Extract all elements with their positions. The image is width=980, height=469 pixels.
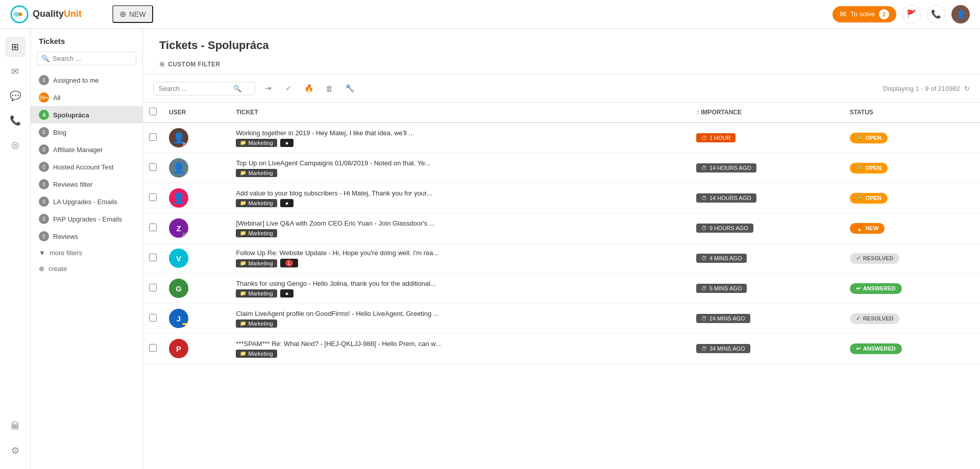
- to-solve-button[interactable]: ✉ To solve 2: [832, 6, 896, 22]
- refresh-button[interactable]: ↻: [964, 85, 970, 92]
- table-row[interactable]: 👤 🇬🇧 Working together in 2019 - Hey Mate…: [143, 122, 980, 153]
- flag-button[interactable]: 🚩: [902, 5, 921, 23]
- table-row[interactable]: G Thanks for using Gengo - Hello Jolina,…: [143, 274, 980, 304]
- row-checkbox-cell: [143, 122, 163, 153]
- importance-badge: ⏱ 5 MINS AGO: [696, 284, 747, 293]
- row-checkbox[interactable]: [149, 344, 157, 352]
- sidebar-item-all[interactable]: 99+ All: [31, 89, 142, 106]
- sidebar-badge: 99+: [39, 92, 49, 103]
- user-avatar: Z 🇺🇸: [169, 218, 188, 238]
- ticket-cell[interactable]: Follow Up Re: Website Update - Hi, Hope …: [230, 243, 690, 274]
- table-row[interactable]: J 🇨🇴 Claim LiveAgent profile on GoodFirm…: [143, 304, 980, 334]
- status-cell: 🔓 OPEN: [844, 153, 980, 183]
- status-cell: ↩ ANSWERED: [844, 334, 980, 364]
- check-icon: ✓: [285, 84, 292, 93]
- tickets-search-box[interactable]: 🔍: [153, 82, 255, 95]
- sidebar-badge: 0: [39, 162, 49, 172]
- tickets-area: 🔍 ⇥ ✓ 🔥 🗑 🔧 Displaying 1 - 9: [143, 75, 980, 469]
- nav-mail[interactable]: ✉: [5, 61, 26, 82]
- ticket-cell[interactable]: ***SPAM*** Re: What Next? - [HEJ-QKLJJ-9…: [230, 334, 690, 364]
- phone-button[interactable]: 📞: [927, 5, 945, 23]
- ticket-cell[interactable]: Claim LiveAgent profile on GoodFirms! - …: [230, 304, 690, 334]
- header-right: ✉ To solve 2 🚩 📞 👤: [832, 5, 970, 23]
- importance-cell: ⏱ 24 MINS AGO: [690, 304, 844, 334]
- ticket-cell[interactable]: Working together in 2019 - Hey Matej, I …: [230, 122, 690, 153]
- status-badge: ✓ RESOLVED: [850, 313, 900, 324]
- nav-bank[interactable]: 🏛: [5, 416, 26, 436]
- sidebar-item-hosted[interactable]: 0 Hosted Account Test: [31, 158, 142, 176]
- tickets-search-input[interactable]: [159, 85, 230, 92]
- hot-button[interactable]: 🔥: [301, 81, 316, 96]
- forward-button[interactable]: ⇥: [260, 81, 276, 96]
- importance-badge: ⏱ 9 HOURS AGO: [696, 224, 753, 233]
- table-row[interactable]: Z 🇺🇸 [Webinar] Live Q&A with Zoom CEO Er…: [143, 213, 980, 243]
- importance-col-header[interactable]: ↑ Importance: [690, 103, 844, 122]
- nav-circle[interactable]: ◎: [5, 135, 26, 155]
- status-badge: 🔥 NEW: [850, 223, 885, 234]
- sidebar-item-label: Affiliate Manager: [53, 146, 134, 154]
- new-button[interactable]: ⊕ NEW: [112, 5, 153, 23]
- sidebar-item-label: Reviews: [53, 233, 134, 240]
- forward-icon: ⇥: [265, 84, 272, 93]
- row-checkbox[interactable]: [149, 254, 157, 261]
- to-solve-badge: 2: [879, 9, 889, 19]
- sidebar-search-box[interactable]: 🔍: [37, 52, 136, 65]
- sidebar-item-la-upgrades[interactable]: 0 LA Upgrades - Emails: [31, 193, 142, 210]
- row-checkbox[interactable]: [149, 193, 157, 201]
- table-row[interactable]: V Follow Up Re: Website Update - Hi, Hop…: [143, 243, 980, 274]
- user-cell: J 🇨🇴: [163, 304, 230, 334]
- status-cell: 🔓 OPEN: [844, 122, 980, 153]
- settings-icon: ⚙: [11, 445, 19, 456]
- row-checkbox[interactable]: [149, 314, 157, 322]
- sidebar-badge: 0: [39, 196, 49, 207]
- importance-cell: ⏱ 14 HOURS AGO: [690, 153, 844, 183]
- table-row[interactable]: P ***SPAM*** Re: What Next? - [HEJ-QKLJJ…: [143, 334, 980, 364]
- row-checkbox[interactable]: [149, 163, 157, 171]
- status-cell: ✓ RESOLVED: [844, 304, 980, 334]
- sidebar-item-affiliate[interactable]: 0 Affiliate Manager: [31, 141, 142, 158]
- row-checkbox[interactable]: [149, 133, 157, 141]
- more-filters-button[interactable]: ▼ more filters: [31, 245, 142, 261]
- row-checkbox[interactable]: [149, 284, 157, 291]
- circle-icon: ◎: [11, 139, 19, 151]
- ticket-tags: 📁Marketing ●: [236, 289, 684, 298]
- importance-badge: ⏱ 1 HOUR: [696, 133, 736, 142]
- create-filter-button[interactable]: ⊕ create: [31, 261, 142, 277]
- sidebar-item-pap-upgrades[interactable]: 0 PAP Upgrades - Emails: [31, 210, 142, 228]
- tickets-tbody: 👤 🇬🇧 Working together in 2019 - Hey Mate…: [143, 122, 980, 364]
- ticket-title: Claim LiveAgent profile on GoodFirms! - …: [236, 310, 684, 317]
- folder-icon: 📁: [240, 230, 246, 236]
- dashboard-icon: ⊞: [11, 41, 19, 53]
- delete-button[interactable]: 🗑: [322, 81, 337, 96]
- user-avatar[interactable]: 👤: [951, 5, 970, 23]
- sidebar-item-spolupraca[interactable]: 4 Spolupráca: [31, 106, 142, 124]
- nav-dashboard[interactable]: ⊞: [5, 37, 26, 57]
- status-icon: 🔥: [856, 225, 863, 232]
- ticket-cell[interactable]: Top Up on LiveAgent Campaigns 01/08/2019…: [230, 153, 690, 183]
- ticket-cell[interactable]: [Webinar] Live Q&A with Zoom CEO Eric Yu…: [230, 213, 690, 243]
- custom-filter-button[interactable]: ⊕ CUSTOM FILTER: [159, 60, 220, 68]
- sidebar-badge: 0: [39, 75, 49, 85]
- sidebar-item-reviews[interactable]: 0 Reviews filter: [31, 176, 142, 193]
- resolve-button[interactable]: ✓: [281, 81, 296, 96]
- more-options-button[interactable]: 🔧: [342, 81, 357, 96]
- ticket-cell[interactable]: Thanks for using Gengo - Hello Jolina, t…: [230, 274, 690, 304]
- select-all-checkbox[interactable]: [149, 108, 157, 115]
- importance-cell: ⏱ 34 MINS AGO: [690, 334, 844, 364]
- sidebar-item-assigned[interactable]: 0 Assigned to me: [31, 71, 142, 89]
- importance-cell: ⏱ 4 MINS AGO: [690, 243, 844, 274]
- ticket-cell[interactable]: Add value to your blog subscribers - Hi …: [230, 183, 690, 213]
- sidebar-search-input[interactable]: [53, 55, 132, 62]
- nav-phone[interactable]: 📞: [5, 110, 26, 131]
- sidebar-item-reviews2[interactable]: 0 Reviews: [31, 228, 142, 245]
- extra-tag: ●: [280, 199, 294, 207]
- sidebar-item-blog[interactable]: 0 Blog: [31, 124, 142, 141]
- user-avatar: V: [169, 249, 188, 268]
- status-badge: ↩ ANSWERED: [850, 283, 902, 294]
- table-row[interactable]: 👤 Add value to your blog subscribers - H…: [143, 183, 980, 213]
- top-header: QualityUnit ⊕ NEW ✉ To solve 2 🚩 📞 👤: [0, 0, 980, 29]
- row-checkbox[interactable]: [149, 224, 157, 231]
- nav-settings[interactable]: ⚙: [5, 440, 26, 461]
- table-row[interactable]: 👤 Top Up on LiveAgent Campaigns 01/08/20…: [143, 153, 980, 183]
- nav-chat[interactable]: 💬: [5, 86, 26, 106]
